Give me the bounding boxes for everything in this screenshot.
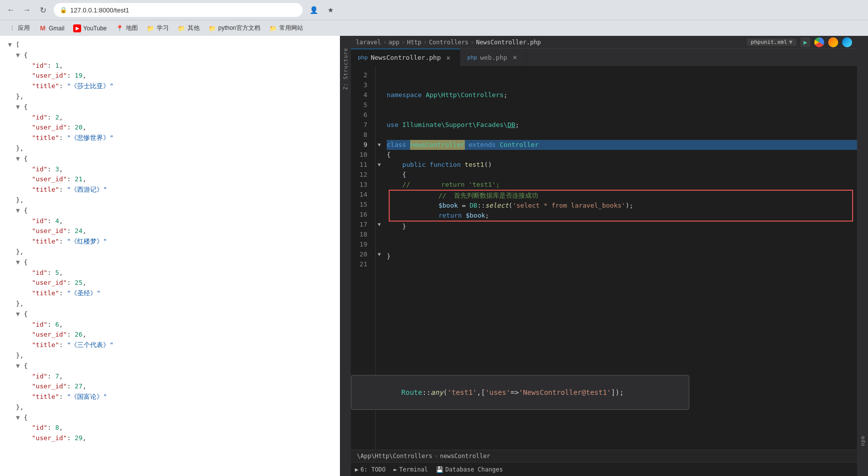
bookmark-python-label: python官方文档 (218, 24, 260, 32)
code-editor[interactable]: 2 3 4 5 6 7 8 9 10 11 12 13 14 15 16 17 (351, 66, 857, 450)
terminal-button[interactable]: ► Terminal (394, 466, 428, 473)
bookmark-gmail-label: Gmail (49, 25, 64, 32)
bookmark-gmail[interactable]: M Gmail (35, 22, 68, 34)
code-line-20: } (387, 251, 857, 261)
collapse-6[interactable]: ▼ (16, 310, 20, 318)
code-line-15: $book = DB :: select ( 'select * from la… (390, 201, 852, 211)
json-item-1: ▼ { "id": 1, "user_id": 19, "title": "《莎… (8, 50, 332, 102)
tab-web[interactable]: php web.php × (460, 49, 527, 66)
line-num-2: 2 (351, 70, 370, 80)
main-area: ▼ [ ▼ { "id": 1, "user_id": 19, "title":… (0, 36, 868, 476)
return-kw: return (438, 211, 462, 221)
status-class: newsController (440, 453, 490, 460)
apps-icon: ⋮ (8, 24, 16, 32)
line-num-6: 6 (351, 110, 370, 120)
collapse-2[interactable]: ▼ (16, 103, 20, 111)
comment-line-13: // return 'test1'; (387, 180, 500, 190)
address-bar[interactable]: 🔒 127.0.0.1:8000/test1 (54, 3, 303, 17)
db-icon: 💾 (436, 466, 443, 473)
structure-label: Z: Structure (343, 48, 348, 90)
refresh-button[interactable]: ↻ (36, 3, 50, 17)
code-line-13: // return 'test1'; (387, 180, 857, 190)
chrome-icon[interactable] (814, 37, 824, 47)
tab-web-close[interactable]: × (510, 53, 519, 62)
bookmark-study[interactable]: 📁 学习 (143, 22, 173, 34)
tab-news-close[interactable]: × (444, 53, 453, 62)
line-num-12: 12 (351, 170, 370, 180)
code-line-4: namespace App\Http\Controllers ; (387, 90, 857, 100)
bookmark-study-folder-icon: 📁 (147, 24, 155, 32)
select-fn: select (485, 201, 509, 211)
collapse-1[interactable]: ▼ (16, 51, 20, 59)
function-kw: function (430, 160, 461, 170)
highlighted-block: // 首先判断数据库是否连接成功 $book = DB :: select ( (389, 190, 853, 222)
code-line-21 (387, 261, 857, 271)
gutter-20: ▼ (376, 249, 383, 259)
line-num-19: 19 (351, 239, 370, 249)
code-line-10: { (387, 150, 857, 160)
star-button[interactable]: ★ (324, 3, 337, 17)
npm-label: npm (860, 436, 866, 446)
route-uses-str: 'uses' (485, 388, 511, 396)
db-changes-button[interactable]: 💾 Database Changes (436, 466, 503, 473)
book-var: $book (438, 201, 458, 211)
extends-kw: extends (468, 140, 496, 150)
forward-button[interactable]: → (20, 3, 34, 17)
collapse-8[interactable]: ▼ (16, 414, 20, 421)
bookmark-python[interactable]: 📁 python官方文档 (205, 22, 264, 34)
use-kw: use (387, 120, 398, 130)
bookmark-maps-label: 地图 (126, 24, 138, 32)
line-num-7: 7 (351, 120, 370, 130)
namespace-space (422, 90, 426, 100)
gutter-14 (376, 190, 383, 200)
line-num-3: 3 (351, 80, 370, 90)
maps-icon: 📍 (116, 24, 124, 32)
ide-side-panel: Z: Structure (340, 36, 351, 476)
browser-toolbar: ← → ↻ 🔒 127.0.0.1:8000/test1 👤 ★ (0, 0, 868, 20)
ide-main: laravel › app › Http › Controllers › New… (351, 36, 857, 476)
namespace-value: App\Http\Controllers (426, 90, 504, 100)
npm-panel: npm (857, 36, 868, 476)
breadcrumb-controllers: Controllers (429, 39, 468, 46)
common-folder-icon: 📁 (269, 24, 277, 32)
collapse-7[interactable]: ▼ (16, 362, 20, 369)
bookmark-maps[interactable]: 📍 地图 (112, 22, 142, 34)
code-line-12: { (387, 170, 857, 180)
tab-news-controller[interactable]: php NewsController.php × (351, 49, 460, 66)
run-icon: ▶ (803, 39, 807, 46)
line-num-18: 18 (351, 230, 370, 239)
gutter-10 (376, 150, 383, 160)
class-name: newsController (410, 140, 465, 150)
line-num-15: 15 (351, 200, 370, 210)
collapse-3[interactable]: ▼ (16, 155, 20, 162)
bookmark-apps[interactable]: ⋮ 应用 (4, 22, 34, 34)
route-path-str: 'test1' (447, 388, 477, 396)
firefox-icon[interactable] (828, 37, 838, 47)
status-path: \App\Http\Controllers (357, 453, 433, 460)
code-line-14: // 首先判断数据库是否连接成功 (390, 191, 852, 201)
db-changes-label: Database Changes (445, 466, 503, 473)
todo-button[interactable]: ▶ 6: TODO (355, 466, 386, 473)
collapse-4[interactable]: ▼ (16, 207, 20, 214)
phpunit-selector[interactable]: phpunit.xml ▼ (747, 38, 796, 46)
collapse-5[interactable]: ▼ (16, 258, 20, 266)
route-controller-str: 'NewsController@test1' (519, 388, 611, 396)
profile-button[interactable]: 👤 (307, 3, 321, 17)
run-button[interactable]: ▶ (800, 37, 810, 47)
collapse-root[interactable]: ▼ (8, 41, 12, 48)
line-num-11: 11 (351, 160, 370, 170)
json-item-6: ▼ { "id": 6, "user_id": 26, "title": "《三… (8, 309, 332, 361)
back-button[interactable]: ← (4, 3, 18, 17)
bookmark-common-label: 常用网站 (279, 24, 303, 32)
function-name: test1 (465, 160, 484, 170)
bookmark-common[interactable]: 📁 常用网站 (265, 22, 307, 34)
gutter-11: ▼ (376, 160, 383, 170)
bookmark-other[interactable]: 📁 其他 (174, 22, 204, 34)
code-line-6 (387, 110, 857, 120)
line-num-13: 13 (351, 180, 370, 190)
edge-icon[interactable] (842, 37, 852, 47)
code-line-18 (387, 232, 857, 241)
bookmark-youtube[interactable]: ▶ YouTube (69, 22, 110, 34)
code-line-7: use Illuminate\Support\Facades\DB ; (387, 120, 857, 130)
json-item-2: ▼ { "id": 2, "user_id": 20, "title": "《悲… (8, 102, 332, 154)
